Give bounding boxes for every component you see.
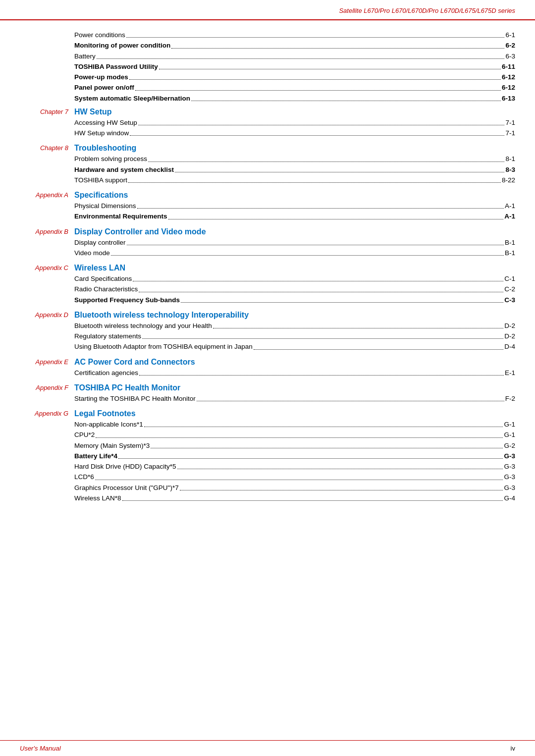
content: Power conditions6-1Monitoring of power c… bbox=[0, 20, 535, 529]
chapter-row: Appendix DBluetooth wireless technology … bbox=[20, 311, 515, 353]
toc-page: A-1 bbox=[505, 201, 515, 211]
toc-dots bbox=[147, 154, 505, 164]
toc-section: Appendix DBluetooth wireless technology … bbox=[20, 311, 515, 353]
toc-entry-text: Battery Life*4 bbox=[74, 451, 117, 461]
toc-dots bbox=[95, 430, 504, 440]
toc-entry: LCD*6G-3 bbox=[74, 472, 515, 482]
toc-entry: Battery6-3 bbox=[74, 52, 515, 61]
toc-page: C-2 bbox=[504, 284, 515, 294]
toc-dots bbox=[158, 62, 502, 72]
header: Satellite L670/Pro L670/L670D/Pro L670D/… bbox=[0, 0, 535, 20]
toc-entry-text: Using Bluetooth Adaptor from TOSHIBA equ… bbox=[74, 342, 253, 352]
toc-entry-text: Power conditions bbox=[74, 30, 125, 40]
toc-entry: Wireless LAN*8G-4 bbox=[74, 493, 515, 503]
toc-section: Appendix CWireless LANCard Specification… bbox=[20, 264, 515, 306]
toc-entry-text: Accessing HW Setup bbox=[74, 118, 137, 128]
toc-dots bbox=[128, 72, 502, 82]
toc-dots bbox=[150, 441, 504, 451]
chapter-label: Appendix A bbox=[20, 191, 74, 199]
toc-entry: Bluetooth wireless technology and your H… bbox=[74, 321, 515, 331]
chapter-label: Appendix E bbox=[20, 358, 74, 366]
toc-entry-text: Card Specifications bbox=[74, 274, 132, 284]
toc-dots bbox=[179, 483, 504, 493]
toc-entry-text: Panel power on/off bbox=[74, 83, 134, 93]
toc-entry-text: Graphics Processor Unit ("GPU")*7 bbox=[74, 483, 179, 493]
toc-page: E-1 bbox=[505, 368, 515, 378]
toc-dots bbox=[117, 451, 504, 461]
toc-dots bbox=[141, 331, 504, 341]
toc-entry: Battery Life*4G-3 bbox=[74, 451, 515, 461]
chapter-title: Specifications bbox=[74, 191, 515, 200]
toc-entry: Monitoring of power condition6-2 bbox=[74, 41, 515, 51]
toc-dots bbox=[96, 52, 506, 61]
toc-dots bbox=[180, 295, 504, 305]
toc-entry: Environmental RequirementsA-1 bbox=[74, 212, 515, 221]
toc-section: Appendix EAC Power Cord and ConnectorsCe… bbox=[20, 358, 515, 378]
chapter-row: Appendix GLegal FootnotesNon-applicable … bbox=[20, 409, 515, 504]
toc-page: D-2 bbox=[504, 321, 515, 331]
chapter-title: Wireless LAN bbox=[74, 264, 515, 272]
toc-entry: Memory (Main System)*3G-2 bbox=[74, 441, 515, 451]
toc-page: 6-3 bbox=[505, 52, 515, 61]
toc-page: G-1 bbox=[504, 420, 515, 430]
toc-dots bbox=[176, 462, 504, 472]
footer-right: iv bbox=[511, 745, 515, 752]
toc-entry-text: Hardware and system checklist bbox=[74, 165, 174, 175]
toc-dots bbox=[174, 165, 505, 175]
toc-dots bbox=[138, 368, 505, 378]
toc-dots bbox=[196, 394, 505, 404]
toc-entry: Problem solving process8-1 bbox=[74, 154, 515, 164]
chapter-row: Chapter 7HW SetupAccessing HW Setup7-1HW… bbox=[20, 108, 515, 139]
toc-entry: Graphics Processor Unit ("GPU")*7G-3 bbox=[74, 483, 515, 493]
chapters-container: Chapter 7HW SetupAccessing HW Setup7-1HW… bbox=[20, 108, 515, 504]
chapter-content: Bluetooth wireless technology Interopera… bbox=[74, 311, 515, 353]
toc-page: 7-1 bbox=[505, 128, 515, 138]
chapter-label: Appendix B bbox=[20, 227, 74, 235]
chapter-row: Appendix ASpecificationsPhysical Dimensi… bbox=[20, 191, 515, 222]
toc-page: F-2 bbox=[505, 394, 515, 404]
toc-entry: Radio CharacteristicsC-2 bbox=[74, 284, 515, 294]
toc-dots bbox=[212, 321, 505, 331]
chapter-content: Wireless LANCard SpecificationsC-1Radio … bbox=[74, 264, 515, 306]
chapter-title: Legal Footnotes bbox=[74, 409, 515, 418]
toc-dots bbox=[138, 284, 504, 294]
toc-entry: TOSHIBA Password Utility6-11 bbox=[74, 62, 515, 72]
toc-page: G-3 bbox=[504, 462, 515, 472]
chapter-label: Appendix F bbox=[20, 383, 74, 391]
intro-entries: Power conditions6-1Monitoring of power c… bbox=[74, 30, 515, 104]
toc-section: Appendix BDisplay Controller and Video m… bbox=[20, 227, 515, 259]
toc-dots bbox=[143, 420, 504, 430]
toc-dots bbox=[132, 274, 504, 284]
toc-page: A-1 bbox=[504, 212, 515, 221]
toc-dots bbox=[126, 238, 505, 248]
footer: User's Manual iv bbox=[0, 740, 535, 756]
toc-entry-text: Bluetooth wireless technology and your H… bbox=[74, 321, 212, 331]
toc-entry-text: Memory (Main System)*3 bbox=[74, 441, 150, 451]
chapter-label: Chapter 7 bbox=[20, 108, 74, 115]
toc-entry-text: Monitoring of power condition bbox=[74, 41, 170, 51]
toc-entry-text: Display controller bbox=[74, 238, 126, 248]
chapter-content: TOSHIBA PC Health MonitorStarting the TO… bbox=[74, 383, 515, 404]
toc-entry: Starting the TOSHIBA PC Health MonitorF-… bbox=[74, 394, 515, 404]
toc-entry-text: LCD*6 bbox=[74, 472, 94, 482]
toc-dots bbox=[129, 128, 505, 138]
toc-entry-text: Problem solving process bbox=[74, 154, 147, 164]
toc-entry-text: HW Setup window bbox=[74, 128, 129, 138]
toc-entry-text: TOSHIBA support bbox=[74, 175, 127, 185]
toc-section: Appendix GLegal FootnotesNon-applicable … bbox=[20, 409, 515, 504]
toc-entry: System automatic Sleep/Hibernation6-13 bbox=[74, 94, 515, 104]
toc-section: Chapter 8TroubleshootingProblem solving … bbox=[20, 144, 515, 186]
toc-dots bbox=[127, 175, 502, 185]
toc-page: 8-1 bbox=[505, 154, 515, 164]
toc-page: 7-1 bbox=[505, 118, 515, 128]
toc-entry: CPU*2G-1 bbox=[74, 430, 515, 440]
toc-page: 6-12 bbox=[502, 83, 515, 93]
toc-entry: Display controllerB-1 bbox=[74, 238, 515, 248]
toc-page: G-3 bbox=[504, 472, 515, 482]
toc-page: 6-12 bbox=[502, 72, 515, 82]
toc-dots bbox=[190, 94, 502, 104]
chapter-row: Appendix EAC Power Cord and ConnectorsCe… bbox=[20, 358, 515, 378]
chapter-content: HW SetupAccessing HW Setup7-1HW Setup wi… bbox=[74, 108, 515, 139]
toc-entry-text: Hard Disk Drive (HDD) Capacity*5 bbox=[74, 462, 176, 472]
chapter-title: HW Setup bbox=[74, 108, 515, 116]
